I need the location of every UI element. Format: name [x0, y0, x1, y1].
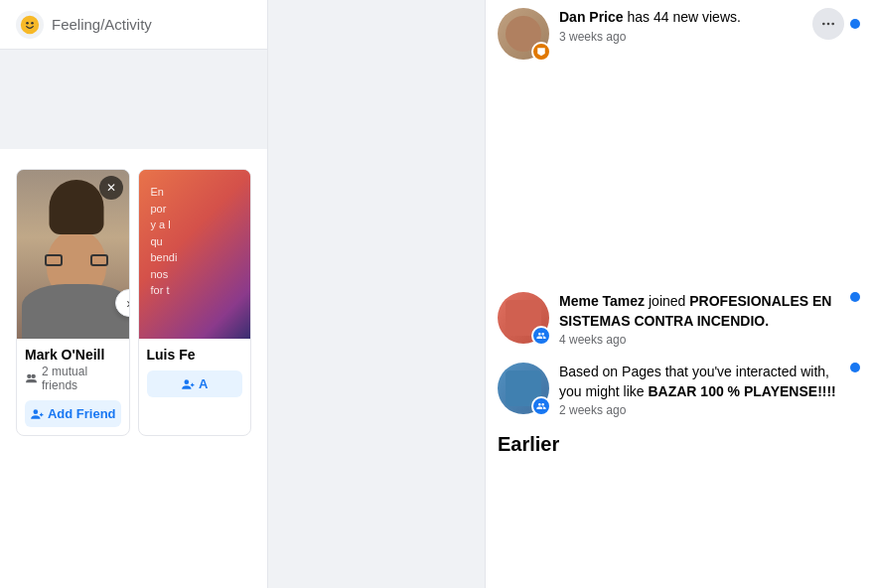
dan-text: Dan Price has 44 new views.: [559, 8, 802, 28]
bazar-content: Based on Pages that you've interacted wi…: [559, 363, 840, 417]
add-friend-luis-icon: [181, 377, 195, 391]
dan-content: Dan Price has 44 new views. 3 weeks ago: [559, 8, 802, 44]
meme-unread-dot: [850, 292, 860, 302]
close-person-mark[interactable]: ✕: [99, 176, 123, 200]
bazar-actions: [850, 363, 860, 372]
person-card-mark: ✕ › Mark O'Neill 2 mutual friends: [16, 169, 130, 436]
person-info-mark: Mark O'Neill 2 mutual friends: [17, 339, 129, 435]
feeling-icon: [16, 11, 44, 39]
svg-point-14: [831, 23, 834, 26]
meme-actions: [850, 292, 860, 302]
notification-dan[interactable]: Dan Price has 44 new views. 3 weeks ago: [486, 0, 872, 68]
meme-name: Meme Tamez: [559, 293, 645, 309]
add-friend-luis-button[interactable]: A: [147, 370, 243, 397]
bazar-time: 2 weeks ago: [559, 403, 840, 417]
notification-bazar[interactable]: Based on Pages that you've interacted wi…: [486, 355, 872, 425]
dan-avatar-wrap: [498, 8, 549, 60]
svg-point-4: [32, 374, 36, 378]
dan-badge: [531, 42, 551, 62]
svg-point-0: [22, 16, 39, 33]
svg-point-2: [31, 22, 34, 24]
add-friend-mark-button[interactable]: Add Friend: [25, 400, 121, 427]
meme-action: joined: [649, 293, 689, 309]
dan-more-button[interactable]: [812, 8, 844, 40]
earlier-section-header: Earlier: [486, 425, 872, 460]
person-name-luis: Luis Fe: [147, 347, 243, 363]
feeling-text: Feeling/Activity: [52, 16, 152, 33]
svg-point-12: [822, 23, 825, 26]
meme-text: Meme Tamez joined PROFESIONALES EN SISTE…: [559, 292, 840, 331]
mid-spacer: [268, 0, 485, 588]
bazar-avatar-wrap: [498, 363, 549, 414]
person-card-luis: En por y a l qu bendi nos for t Luis Fe: [138, 169, 252, 436]
bazar-unread-dot: [850, 363, 860, 372]
add-friend-icon: [30, 407, 44, 421]
people-list: ✕ › Mark O'Neill 2 mutual friends: [16, 169, 251, 436]
person-photo-luis: En por y a l qu bendi nos for t: [139, 170, 252, 339]
svg-point-1: [26, 22, 29, 24]
svg-point-13: [827, 23, 830, 26]
left-panel: Feeling/Activity ··· ✕: [0, 0, 268, 588]
friends-icon: [25, 371, 38, 385]
meme-avatar-wrap: [498, 292, 549, 344]
bazar-badge: [531, 396, 551, 416]
notification-panel: Dan Price has 44 new views. 3 weeks ago …: [485, 0, 872, 588]
svg-point-3: [27, 374, 31, 378]
svg-point-8: [185, 379, 190, 384]
person-info-luis: Luis Fe A: [139, 339, 251, 405]
dan-action: has 44 new views.: [627, 9, 740, 25]
mutual-friends-mark: 2 mutual friends: [25, 365, 121, 392]
notification-meme[interactable]: Meme Tamez joined PROFESIONALES EN SISTE…: [486, 284, 872, 355]
people-card: ··· ✕ ›: [0, 149, 267, 448]
svg-point-5: [33, 409, 38, 414]
svg-marker-11: [537, 48, 545, 56]
top-spacer: [0, 50, 267, 149]
more-icon-dan: [820, 16, 836, 32]
bazar-page: BAZAR 100 % PLAYENSE!!!!: [648, 383, 835, 399]
meme-content: Meme Tamez joined PROFESIONALES EN SISTE…: [559, 292, 840, 347]
person-name-mark: Mark O'Neill: [25, 347, 121, 363]
dan-unread-dot: [850, 19, 860, 29]
feeling-bar[interactable]: Feeling/Activity: [0, 0, 267, 50]
dan-name: Dan Price: [559, 9, 624, 25]
dan-time: 3 weeks ago: [559, 30, 802, 44]
earlier-label: Earlier: [498, 433, 559, 455]
dan-actions: [812, 8, 860, 40]
bazar-text: Based on Pages that you've interacted wi…: [559, 363, 840, 401]
meme-badge: [531, 326, 551, 346]
meme-time: 4 weeks ago: [559, 333, 840, 347]
